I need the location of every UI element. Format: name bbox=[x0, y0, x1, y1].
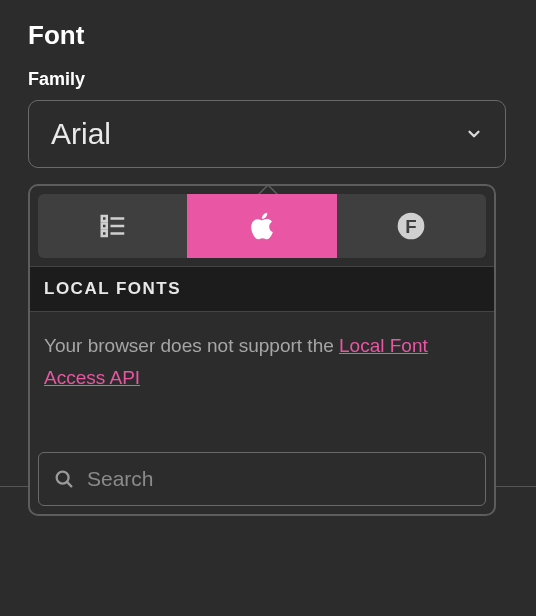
font-search-input[interactable] bbox=[87, 467, 471, 491]
search-icon bbox=[53, 468, 75, 490]
local-fonts-header-text: LOCAL FONTS bbox=[44, 279, 181, 299]
tab-all-fonts[interactable] bbox=[38, 194, 187, 258]
font-family-select[interactable]: Arial bbox=[28, 100, 506, 168]
field-label-family: Family bbox=[28, 69, 508, 90]
local-fonts-header: LOCAL FONTS bbox=[30, 266, 494, 312]
svg-rect-0 bbox=[101, 216, 106, 221]
tab-system-fonts[interactable] bbox=[187, 194, 336, 258]
unsupported-message: Your browser does not support the Local … bbox=[30, 312, 494, 444]
unsupported-message-text: Your browser does not support the bbox=[44, 335, 339, 356]
svg-text:F: F bbox=[406, 216, 417, 237]
svg-rect-2 bbox=[101, 231, 106, 236]
chevron-down-icon bbox=[465, 125, 483, 143]
apple-icon bbox=[246, 210, 278, 242]
tab-google-fonts[interactable]: F bbox=[337, 194, 486, 258]
svg-rect-1 bbox=[101, 224, 106, 229]
font-search-field[interactable] bbox=[38, 452, 486, 506]
circle-f-icon: F bbox=[395, 210, 427, 242]
font-family-value: Arial bbox=[51, 117, 465, 151]
list-icon bbox=[98, 211, 128, 241]
font-source-tabs: F bbox=[38, 194, 486, 258]
svg-line-9 bbox=[67, 482, 71, 486]
section-title: Font bbox=[28, 20, 508, 51]
font-picker-popover: F LOCAL FONTS Your browser does not supp… bbox=[28, 184, 496, 516]
